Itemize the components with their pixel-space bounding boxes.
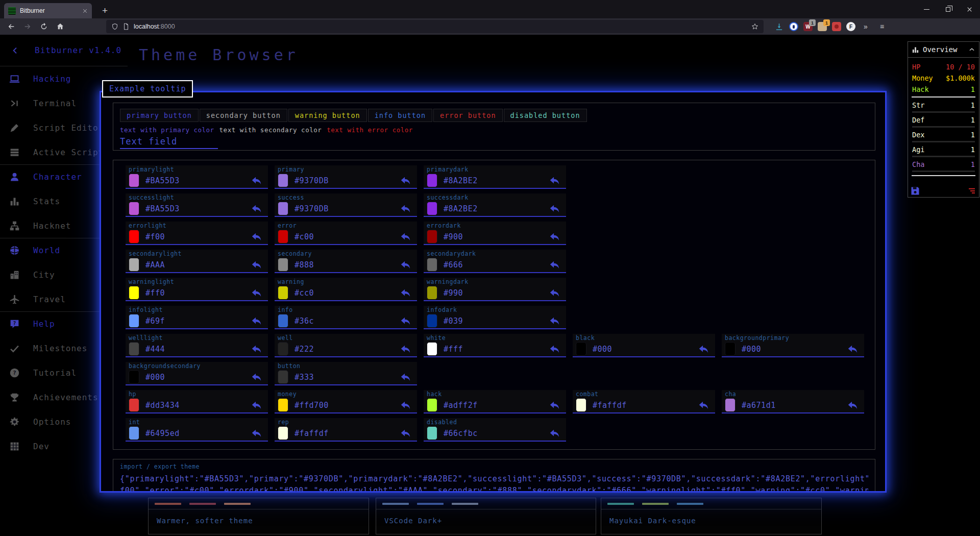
color-hex-input[interactable]: #BA55D3 (145, 176, 251, 185)
color-swatch[interactable] (427, 398, 437, 412)
color-hex-input[interactable]: #c00 (295, 232, 400, 241)
color-hex-input[interactable]: #8A2BE2 (444, 204, 549, 213)
theme-card[interactable]: Warmer, softer theme (148, 498, 369, 534)
undo-icon[interactable] (400, 372, 411, 383)
example-text-field[interactable]: Text field (120, 136, 218, 149)
undo-icon[interactable] (251, 372, 262, 383)
color-hex-input[interactable]: #444 (145, 345, 251, 354)
extension-icon[interactable]: F (846, 22, 855, 31)
color-hex-input[interactable]: #000 (742, 345, 847, 354)
example-button[interactable]: error button (433, 109, 503, 122)
color-swatch[interactable] (278, 230, 288, 243)
color-swatch[interactable] (427, 202, 437, 215)
color-swatch[interactable] (278, 342, 288, 356)
undo-icon[interactable] (549, 203, 560, 214)
undo-icon[interactable] (400, 175, 411, 186)
theme-card[interactable]: VSCode Dark+ (376, 498, 596, 534)
color-swatch[interactable] (427, 342, 437, 356)
undo-icon[interactable] (400, 231, 411, 242)
restore-button[interactable] (937, 0, 959, 18)
extension-icon[interactable] (832, 22, 841, 31)
color-swatch[interactable] (278, 202, 288, 215)
undo-icon[interactable] (251, 287, 262, 299)
undo-icon[interactable] (847, 400, 858, 411)
color-swatch[interactable] (129, 258, 139, 272)
color-swatch[interactable] (427, 258, 437, 272)
undo-icon[interactable] (400, 428, 411, 439)
color-swatch[interactable] (129, 230, 139, 243)
color-swatch[interactable] (427, 174, 437, 187)
color-hex-input[interactable]: #AAA (145, 260, 251, 270)
example-button[interactable]: disabled button (504, 109, 587, 122)
color-hex-input[interactable]: #faffdf (295, 429, 400, 438)
color-hex-input[interactable]: #039 (444, 316, 549, 326)
kill-scripts-icon[interactable] (967, 186, 977, 196)
undo-icon[interactable] (251, 400, 262, 411)
undo-icon[interactable] (251, 259, 262, 271)
color-hex-input[interactable]: #900 (444, 232, 549, 241)
downloads-icon[interactable] (773, 20, 785, 33)
collapse-overview-icon[interactable] (968, 46, 975, 53)
color-hex-input[interactable]: #69f (145, 316, 251, 326)
color-hex-input[interactable]: #8A2BE2 (444, 176, 549, 185)
save-game-icon[interactable] (910, 186, 920, 196)
color-hex-input[interactable]: #66cfbc (444, 429, 549, 438)
undo-icon[interactable] (698, 344, 709, 355)
color-hex-input[interactable]: #6495ed (145, 429, 251, 438)
color-swatch[interactable] (129, 174, 139, 187)
color-swatch[interactable] (129, 202, 139, 215)
color-swatch[interactable] (278, 174, 288, 187)
example-button[interactable]: warning button (288, 109, 367, 122)
example-button[interactable]: primary button (120, 109, 199, 122)
color-swatch[interactable] (278, 398, 288, 412)
sidebar-header[interactable]: Bitburner v1.4.0 (0, 35, 128, 66)
back-button[interactable] (4, 20, 18, 33)
undo-icon[interactable] (549, 259, 560, 271)
extension-icon[interactable]: 1 (818, 22, 827, 31)
color-hex-input[interactable]: #faffdf (593, 401, 698, 410)
undo-icon[interactable] (549, 400, 560, 411)
tab-close-icon[interactable] (82, 8, 88, 14)
color-swatch[interactable] (576, 398, 586, 412)
undo-icon[interactable] (251, 315, 262, 327)
color-swatch[interactable] (427, 314, 437, 328)
undo-icon[interactable] (549, 315, 560, 327)
undo-icon[interactable] (400, 400, 411, 411)
import-export-textarea[interactable]: {"primarylight":"#BA55D3","primary":"#93… (120, 473, 868, 493)
color-swatch[interactable] (129, 286, 139, 300)
browser-tab[interactable]: Bitburner (4, 3, 92, 18)
text-field-value[interactable]: Text field (120, 136, 218, 147)
color-hex-input[interactable]: #f00 (145, 232, 251, 241)
undo-icon[interactable] (847, 344, 858, 355)
color-hex-input[interactable]: #666 (444, 260, 549, 270)
undo-icon[interactable] (400, 203, 411, 214)
minimize-button[interactable] (916, 0, 937, 18)
undo-icon[interactable] (251, 203, 262, 214)
color-hex-input[interactable]: #000 (145, 373, 251, 382)
undo-icon[interactable] (400, 287, 411, 299)
color-swatch[interactable] (129, 426, 139, 440)
color-swatch[interactable] (427, 230, 437, 243)
page-info-icon[interactable] (122, 23, 130, 30)
new-tab-button[interactable]: + (98, 3, 112, 18)
color-hex-input[interactable]: #333 (295, 373, 400, 382)
color-hex-input[interactable]: #000 (593, 345, 698, 354)
undo-icon[interactable] (251, 428, 262, 439)
undo-icon[interactable] (549, 428, 560, 439)
reload-button[interactable] (37, 20, 51, 33)
bookmark-star-icon[interactable] (751, 23, 758, 30)
color-hex-input[interactable]: #dd3434 (145, 401, 251, 410)
undo-icon[interactable] (549, 175, 560, 186)
extension-icon[interactable]: W 1 (803, 22, 813, 31)
color-swatch[interactable] (278, 314, 288, 328)
color-swatch[interactable] (278, 258, 288, 272)
undo-icon[interactable] (251, 344, 262, 355)
undo-icon[interactable] (400, 259, 411, 271)
color-swatch[interactable] (278, 286, 288, 300)
color-swatch[interactable] (427, 286, 437, 300)
color-hex-input[interactable]: #a671d1 (742, 401, 847, 410)
undo-icon[interactable] (251, 175, 262, 186)
undo-icon[interactable] (549, 344, 560, 355)
url-bar[interactable]: localhost:8000 (106, 20, 764, 33)
color-hex-input[interactable]: #9370DB (295, 204, 400, 213)
